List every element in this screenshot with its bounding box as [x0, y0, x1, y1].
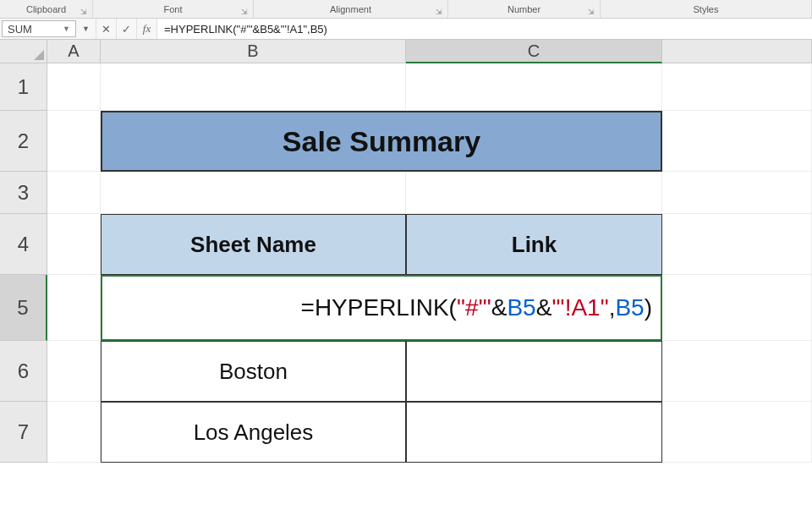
row-header-4[interactable]: 4	[0, 214, 47, 275]
close-icon: ✕	[102, 23, 111, 36]
cell-d2[interactable]	[662, 111, 812, 172]
header-sheet-name[interactable]: Sheet Name	[101, 214, 406, 275]
cell-b7[interactable]: Los Angeles	[101, 402, 406, 463]
ribbon-label: Clipboard	[26, 4, 66, 14]
cell-c7[interactable]	[406, 402, 662, 463]
header-text: Sheet Name	[190, 232, 316, 258]
cell-text: Los Angeles	[194, 420, 314, 446]
col-header-b[interactable]: B	[101, 40, 406, 63]
header-link[interactable]: Link	[406, 214, 662, 275]
cell-a6[interactable]	[47, 341, 101, 402]
title-text: Sale Summary	[283, 125, 480, 158]
formula-text: =HYPERLINK("#'"&B5&"'!A1",B5)	[164, 23, 327, 36]
name-box-value: SUM	[8, 23, 32, 36]
cells-area[interactable]: Sale Summary Sheet Name	[47, 63, 812, 521]
row-header-1[interactable]: 1	[0, 63, 47, 111]
row-headers: 1 2 3 4 5 6 7	[0, 63, 47, 521]
cell-d5[interactable]	[662, 275, 812, 341]
dialog-launcher-icon[interactable]: ⇲	[588, 8, 596, 16]
cell-d7[interactable]	[662, 402, 812, 463]
cell-b1[interactable]	[101, 63, 406, 111]
title-cell[interactable]: Sale Summary	[101, 111, 662, 172]
formula-input[interactable]: =HYPERLINK("#'"&B5&"'!A1",B5)	[157, 19, 812, 39]
header-text: Link	[512, 232, 557, 258]
ribbon-group-clipboard[interactable]: Clipboard ⇲	[0, 0, 93, 18]
select-all-corner[interactable]	[0, 40, 47, 63]
row-header-3[interactable]: 3	[0, 172, 47, 214]
ribbon-label: Styles	[694, 4, 719, 14]
check-icon: ✓	[122, 23, 131, 36]
cell-a2[interactable]	[47, 111, 101, 172]
cell-a5[interactable]	[47, 275, 101, 341]
cell-c6[interactable]	[406, 341, 662, 402]
ribbon-groups: Clipboard ⇲ Font ⇲ Alignment ⇲ Number ⇲ …	[0, 0, 812, 19]
cell-a4[interactable]	[47, 214, 101, 275]
row-header-5[interactable]: 5	[0, 275, 47, 341]
cell-text: Boston	[219, 359, 288, 385]
name-box[interactable]: SUM ▼	[2, 20, 76, 37]
grid: A B C 1 2 3 4 5 6 7	[0, 40, 812, 521]
ribbon-group-number[interactable]: Number ⇲	[448, 0, 601, 18]
dropdown-button[interactable]: ▼	[76, 19, 96, 39]
cell-d6[interactable]	[662, 341, 812, 402]
ribbon-label: Alignment	[330, 4, 371, 14]
col-header-blank[interactable]	[662, 40, 812, 63]
dialog-launcher-icon[interactable]: ⇲	[80, 8, 89, 16]
cell-d1[interactable]	[662, 63, 812, 111]
cell-b6[interactable]: Boston	[101, 341, 406, 402]
row-header-6[interactable]: 6	[0, 341, 47, 402]
cell-a7[interactable]	[47, 402, 101, 463]
ribbon-label: Font	[163, 4, 182, 14]
cell-c1[interactable]	[406, 63, 662, 111]
cell-c3[interactable]	[406, 172, 662, 214]
ribbon-group-styles[interactable]: Styles	[601, 0, 812, 18]
ribbon-group-alignment[interactable]: Alignment ⇲	[254, 0, 448, 18]
chevron-down-icon[interactable]: ▼	[63, 25, 70, 33]
cell-a3[interactable]	[47, 172, 101, 214]
dialog-launcher-icon[interactable]: ⇲	[241, 8, 250, 16]
cell-b3[interactable]	[101, 172, 406, 214]
col-header-a[interactable]: A	[47, 40, 101, 63]
cell-a1[interactable]	[47, 63, 101, 111]
editing-formula: =HYPERLINK("#'"&B5&"'!A1",B5)	[102, 294, 661, 321]
cancel-button[interactable]: ✕	[96, 19, 117, 39]
ribbon-label: Number	[508, 4, 540, 14]
row-header-7[interactable]: 7	[0, 402, 47, 463]
editing-cell-c5[interactable]: =HYPERLINK("#'"&B5&"'!A1",B5)	[101, 275, 662, 341]
ribbon-group-font[interactable]: Font ⇲	[93, 0, 254, 18]
chevron-down-icon: ▼	[82, 25, 90, 33]
insert-function-button[interactable]: fx	[137, 19, 157, 39]
cell-d4[interactable]	[662, 214, 812, 275]
formula-bar: SUM ▼ ▼ ✕ ✓ fx =HYPERLINK("#'"&B5&"'!A1"…	[0, 19, 812, 40]
row-header-2[interactable]: 2	[0, 111, 47, 172]
cell-d3[interactable]	[662, 172, 812, 214]
enter-button[interactable]: ✓	[117, 19, 137, 39]
fx-icon: fx	[143, 22, 151, 36]
dialog-launcher-icon[interactable]: ⇲	[436, 8, 444, 16]
col-header-c[interactable]: C	[406, 40, 662, 63]
column-headers: A B C	[0, 40, 812, 63]
